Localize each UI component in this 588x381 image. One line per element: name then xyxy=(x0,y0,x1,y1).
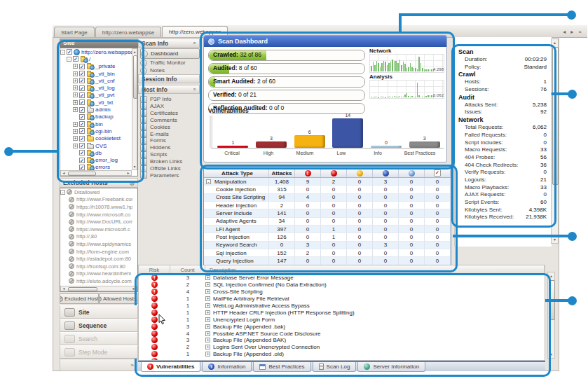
excluded-host-item[interactable]: http://www.spidynamics xyxy=(60,240,132,248)
host-info-item-forms[interactable]: Forms xyxy=(140,137,198,144)
expander-icon[interactable]: + xyxy=(73,107,78,112)
expander-icon[interactable]: - xyxy=(67,57,71,62)
host-info-item-parameters[interactable]: Parameters xyxy=(140,172,198,179)
close-icon[interactable]: × xyxy=(578,29,582,35)
checkbox-icon[interactable]: ✓ xyxy=(79,121,85,127)
nav-forward-icon[interactable]: ▸ xyxy=(570,29,573,35)
finding-row-cross-site-scripting[interactable]: !4+Cross-Site Scripting xyxy=(139,289,545,296)
expander-icon[interactable]: + xyxy=(73,100,78,105)
severity-column-header-high[interactable] xyxy=(321,169,347,177)
finding-row-mailfile-arbitrary-file-retrieval[interactable]: 1+MailFile Arbitrary File Retrieval xyxy=(139,296,545,303)
expand-icon[interactable]: + xyxy=(205,345,210,349)
attack-row-server-include[interactable]: Server Include141000000 xyxy=(204,209,451,217)
checkbox-icon[interactable]: ✓ xyxy=(73,56,78,62)
checkbox-icon[interactable]: ✓ xyxy=(79,78,85,83)
expander-icon[interactable]: + xyxy=(73,64,78,69)
attack-row-cookie-injection[interactable]: Cookie Injection315000000 xyxy=(204,186,451,193)
excluded-host-item[interactable]: http://frontsql.com:80 xyxy=(60,263,132,270)
excluded-hscrollbar[interactable]: ◂▸ xyxy=(60,286,137,291)
attack-row-header-injection[interactable]: Header Injection2000000 xyxy=(204,202,451,209)
tree-item-private[interactable]: +✓_private xyxy=(60,63,132,70)
tab-http-zero-webappse[interactable]: http://zero.webappse xyxy=(95,27,161,37)
severity-column-header-medium[interactable] xyxy=(347,169,373,177)
expander-icon[interactable]: + xyxy=(73,122,78,127)
checkbox-icon[interactable]: ✓ xyxy=(79,85,85,91)
button-excluded-hosts[interactable]: Excluded Hosts xyxy=(60,293,99,304)
checkbox-icon[interactable]: ✓ xyxy=(79,99,85,105)
checkbox-icon[interactable]: ✓ xyxy=(79,92,85,98)
expand-icon[interactable]: + xyxy=(205,331,210,336)
expander-icon[interactable]: + xyxy=(73,78,78,83)
attacks-column-header[interactable]: Attacks xyxy=(269,169,295,177)
expander-icon[interactable]: - xyxy=(60,50,65,55)
checkbox-icon[interactable]: ✓ xyxy=(79,158,85,163)
host-info-item-p3p-info[interactable]: P3P Info xyxy=(140,96,198,102)
host-info-item-cookies[interactable]: Cookies xyxy=(140,124,198,130)
expand-icon[interactable]: + xyxy=(205,282,210,287)
attack-row-manipulation[interactable]: -Manipulation1,408920300 xyxy=(204,178,451,186)
tree-item-vti-pvt[interactable]: +✓_vti_pvt xyxy=(60,92,132,99)
tree-item-cgi-bin[interactable]: +✓cgi-bin xyxy=(60,127,132,134)
tree-item-vti-bin[interactable]: +✓_vti_bin xyxy=(60,70,132,77)
expander-icon[interactable]: - xyxy=(60,190,65,195)
collapse-chevron-icon[interactable]: » xyxy=(131,362,134,368)
tree-item-backup[interactable]: ✓backup xyxy=(60,113,132,120)
expander-icon[interactable]: + xyxy=(73,92,78,97)
excluded-host-item[interactable]: http://,80 xyxy=(60,233,132,241)
finding-row-backup-file-appended-bak[interactable]: 3+Backup File (Appended .bak) xyxy=(139,323,545,330)
attack-row-cross-site-scripting[interactable]: Cross Site Scripting94400000 xyxy=(204,194,451,202)
tree-item-vti-cnf[interactable]: +✓_vti_cnf xyxy=(60,77,132,84)
tab-scan-log[interactable]: Scan Log xyxy=(313,362,357,372)
expand-icon[interactable]: + xyxy=(205,296,210,301)
expander-icon[interactable]: + xyxy=(73,136,78,141)
nav-back-icon[interactable]: ◂ xyxy=(563,29,566,35)
checkbox-icon[interactable]: ✓ xyxy=(79,107,85,113)
tree-item-db[interactable]: ✓db xyxy=(60,149,132,156)
checkbox-icon[interactable]: ✓ xyxy=(79,136,85,141)
excluded-host-item[interactable]: https://h10078.www1.hp. xyxy=(60,203,132,211)
expand-icon[interactable]: + xyxy=(205,352,210,356)
finding-row-database-server-error-message[interactable]: !3+Database Server Error Message xyxy=(139,275,545,282)
scan-info-item-traffic-monitor[interactable]: Traffic Monitor xyxy=(140,59,198,67)
expander-icon[interactable]: + xyxy=(73,85,78,90)
excluded-host-item[interactable]: http://www.microsoft.co xyxy=(60,211,132,219)
excluded-host-item[interactable]: http://eluto.adcycle.com xyxy=(60,277,132,285)
host-info-item-scripts[interactable]: Scripts xyxy=(140,151,198,158)
site-tree-hscrollbar[interactable]: ◂▸ xyxy=(60,170,132,176)
tab-information[interactable]: iInformation xyxy=(202,362,252,372)
severity-column-header-check[interactable]: ✓ xyxy=(425,169,451,177)
session-info-header[interactable]: Session Info xyxy=(138,74,200,83)
finding-row-backup-file-appended-old[interactable]: 1+Backup File (Appended .old) xyxy=(139,351,545,358)
checkbox-icon[interactable]: ✓ xyxy=(79,143,85,148)
scan-info-item-dashboard[interactable]: Dashboard xyxy=(140,48,200,59)
host-info-item-certificates[interactable]: Certificates xyxy=(140,110,198,116)
severity-column-header-low[interactable] xyxy=(373,169,399,177)
checkbox-icon[interactable]: ✓ xyxy=(79,71,85,76)
finding-row-logins-sent-over-unencrypted-connection[interactable]: 2+Logins Sent Over Unencrypted Connectio… xyxy=(139,344,545,351)
count-column-header[interactable]: Count xyxy=(170,265,205,274)
scan-info-header[interactable]: Scan Info » xyxy=(138,39,200,48)
finding-row-unencrypted-login-form[interactable]: 1+Unencrypted Login Form xyxy=(139,316,545,323)
finding-row-backup-file-appended-bak[interactable]: 3+Backup File (Appended BAK) xyxy=(139,337,545,344)
attack-type-column-header[interactable]: Attack Type xyxy=(204,169,269,177)
severity-column-header-critical[interactable]: ! xyxy=(295,169,321,177)
tab-vulnerabilities[interactable]: !Vulnerabilities xyxy=(141,362,200,372)
host-info-item-offsite-links[interactable]: Offsite Links xyxy=(140,165,198,172)
site-tree-vscrollbar[interactable]: ▴▾ xyxy=(132,48,137,170)
host-info-header[interactable]: Host Info » xyxy=(138,85,200,94)
tree-item-bin[interactable]: +✓bin xyxy=(60,120,132,127)
tree-item-cookietest[interactable]: +✓cookietest xyxy=(60,135,132,142)
attack-row-post-injection[interactable]: Post Injection126010000 xyxy=(204,233,451,241)
attack-row-lfi-agent[interactable]: LFI Agent397010000 xyxy=(204,226,451,233)
host-info-item-ajax[interactable]: AJAX xyxy=(140,103,198,109)
expand-icon[interactable]: + xyxy=(205,289,210,294)
expand-icon[interactable]: + xyxy=(205,317,210,322)
chevron-up-icon[interactable]: » xyxy=(193,42,198,45)
expand-icon[interactable]: + xyxy=(205,275,210,280)
attack-row-sql-injection[interactable]: Sql Injection152200000 xyxy=(204,249,451,257)
host-info-item-e-mails[interactable]: E-mails xyxy=(140,131,198,137)
expander-icon[interactable]: + xyxy=(73,71,78,76)
expand-icon[interactable]: + xyxy=(205,303,210,308)
expand-icon[interactable]: + xyxy=(205,310,210,315)
severity-column-header-info[interactable] xyxy=(399,169,425,177)
